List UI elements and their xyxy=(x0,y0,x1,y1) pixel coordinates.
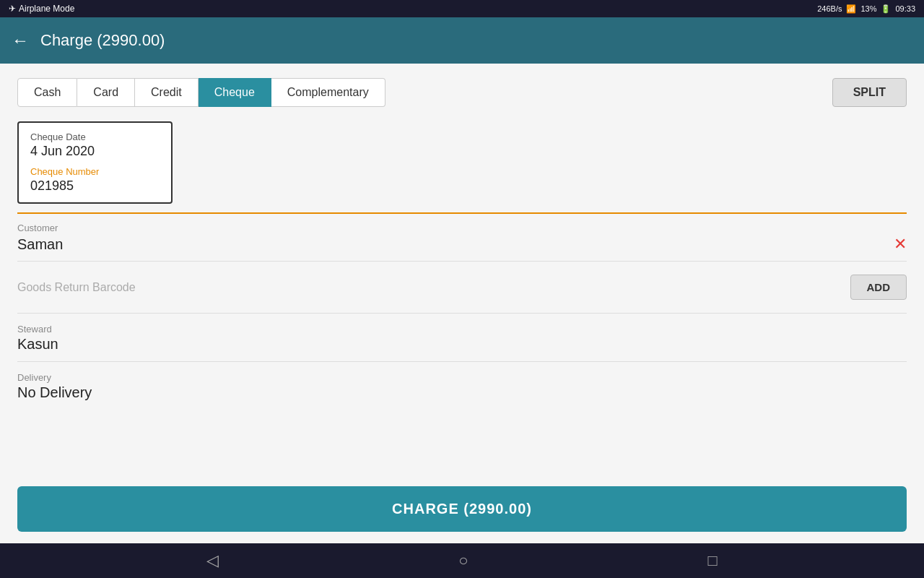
tab-credit[interactable]: Credit xyxy=(135,78,199,107)
steward-field: Steward Kasun xyxy=(17,324,907,353)
goods-return-label: Goods Return Barcode xyxy=(17,281,136,294)
divider-2 xyxy=(17,313,907,314)
main-content: Cash Card Credit Cheque Complementary SP… xyxy=(0,64,924,475)
bottom-nav: ◁ ○ □ xyxy=(0,543,924,578)
charge-button[interactable]: CHARGE (2990.00) xyxy=(17,486,907,532)
delivery-label: Delivery xyxy=(17,372,907,383)
clear-customer-button[interactable]: ✕ xyxy=(894,235,907,254)
status-bar: ✈ Airplane Mode 246B/s 📶 13% 🔋 09:33 xyxy=(0,0,924,17)
add-barcode-button[interactable]: ADD xyxy=(850,275,907,300)
tab-cheque[interactable]: Cheque xyxy=(199,78,271,107)
airplane-mode-label: ✈ Airplane Mode xyxy=(9,4,74,14)
cheque-number-label: Cheque Number xyxy=(30,166,160,177)
page-title: Charge (2990.00) xyxy=(40,31,165,50)
tab-complementary[interactable]: Complementary xyxy=(271,78,385,107)
cheque-box: Cheque Date 4 Jun 2020 Cheque Number 021… xyxy=(17,121,173,204)
back-button[interactable]: ← xyxy=(12,30,29,51)
back-icon: ← xyxy=(12,30,29,51)
split-button[interactable]: SPLIT xyxy=(832,78,907,107)
cheque-date-label: Cheque Date xyxy=(30,131,160,142)
customer-value: Saman xyxy=(17,236,63,253)
time-display: 09:33 xyxy=(895,4,915,13)
app-bar: ← Charge (2990.00) xyxy=(0,17,924,64)
delivery-field: Delivery No Delivery xyxy=(17,372,907,401)
content-area: Cash Card Credit Cheque Complementary SP… xyxy=(0,64,924,543)
customer-row: Saman ✕ xyxy=(17,235,907,254)
battery-level: 13% xyxy=(860,4,876,13)
tabs-row: Cash Card Credit Cheque Complementary SP… xyxy=(17,78,907,107)
cheque-number-value: 021985 xyxy=(30,178,160,194)
cheque-date-value: 4 Jun 2020 xyxy=(30,144,160,159)
steward-value: Kasun xyxy=(17,336,907,353)
airplane-icon: ✈ xyxy=(9,4,16,14)
delivery-value: No Delivery xyxy=(17,384,907,401)
back-nav-icon[interactable]: ◁ xyxy=(206,551,219,570)
tab-card[interactable]: Card xyxy=(77,78,135,107)
recents-nav-icon[interactable]: □ xyxy=(708,551,718,570)
status-right: 246B/s 📶 13% 🔋 09:33 xyxy=(817,4,915,14)
home-nav-icon[interactable]: ○ xyxy=(458,551,468,570)
close-icon: ✕ xyxy=(894,235,907,254)
wifi-icon: 📶 xyxy=(846,4,856,14)
steward-label: Steward xyxy=(17,324,907,335)
network-speed: 246B/s xyxy=(817,4,842,13)
tab-cash[interactable]: Cash xyxy=(17,78,77,107)
divider-1 xyxy=(17,261,907,262)
charge-section: CHARGE (2990.00) xyxy=(0,475,924,543)
battery-icon: 🔋 xyxy=(881,4,891,14)
customer-field: Customer Saman ✕ xyxy=(17,223,907,254)
customer-label: Customer xyxy=(17,223,907,233)
payment-tabs: Cash Card Credit Cheque Complementary xyxy=(17,78,385,107)
orange-divider xyxy=(17,212,907,214)
divider-3 xyxy=(17,361,907,362)
goods-return-barcode-row: Goods Return Barcode ADD xyxy=(17,266,907,309)
